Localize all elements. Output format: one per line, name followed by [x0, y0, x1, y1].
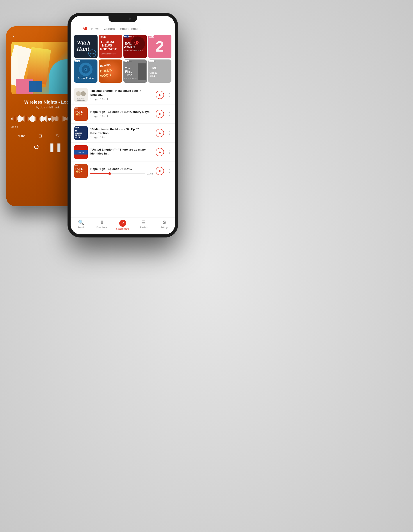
svg-text:BBC RADIO 4: BBC RADIO 4 [124, 36, 134, 38]
podcast-first-time[interactable]: BBC 6 Music The First Time with Matt Eve… [123, 59, 147, 83]
svg-text:BBC: BBC [90, 52, 95, 55]
more-options-icon[interactable]: ⋮ [167, 112, 171, 116]
episode-item: UNITED "United Zingdom" - "There are as … [71, 143, 175, 162]
svg-text:UNITED: UNITED [78, 152, 84, 153]
episode-item: BBC 5 HOPE HIGH Hope High - Episode 7: 2… [71, 104, 175, 124]
episode-title: 13 Minutes to the Moon - S2. Ep.07 Resur… [90, 127, 153, 135]
svg-rect-70 [74, 154, 88, 159]
svg-text:BBC 5: BBC 5 [75, 108, 78, 109]
podcast-beyond-bollywood[interactable]: BEYOND BOLLY- WOOD [99, 59, 122, 83]
svg-text:BBC RADIO 1: BBC RADIO 1 [149, 60, 158, 62]
svg-text:BBC 6 Music: BBC 6 Music [124, 61, 132, 62]
filter-tabs: All News General Entertainment [83, 26, 140, 31]
svg-text:HIGH: HIGH [76, 113, 83, 116]
svg-text:Record Review: Record Review [78, 77, 94, 79]
episode-info: "United Zingdom" - "There are as many id… [90, 148, 153, 156]
download-icon[interactable]: ⬇ [106, 98, 109, 101]
nav-settings[interactable]: ⚙ Settings [154, 220, 175, 230]
more-options-icon[interactable]: ⋮ [167, 92, 171, 97]
phone-screen: ⋮ All News General Entertainment Witch [71, 16, 175, 234]
more-options-icon[interactable]: ⋮ [167, 131, 171, 135]
episode-item: ELIS JAMES JOHN ROBINS The anti-prenup -… [71, 85, 175, 104]
episode-thumb-elis[interactable]: ELIS JAMES JOHN ROBINS [74, 88, 88, 102]
nav-search[interactable]: 🔍 Search [71, 220, 92, 230]
svg-point-30 [85, 69, 86, 70]
nav-playlists[interactable]: ☰ Playlists [133, 220, 154, 230]
now-playing-pause-button[interactable]: ⏸ [156, 167, 164, 175]
camera-dot [129, 18, 131, 20]
podcast-bbc-radio2[interactable]: BBC RADIO 2 [148, 35, 172, 58]
playlists-icon: ☰ [141, 220, 146, 225]
episode-meta: 2d ago · 24m [90, 136, 153, 139]
play-button[interactable]: ▶ [156, 148, 164, 156]
now-playing-info: Hope High - Episode 7: 21st... 01:58 [90, 167, 153, 175]
podcast-global-news[interactable]: BBC WS GLOBAL NEWS PODCAST BBC World Ser… [99, 35, 122, 58]
nav-downloads[interactable]: ⬇ Downloads [92, 220, 112, 230]
svg-text:13: 13 [75, 130, 77, 132]
notch [109, 16, 137, 22]
episode-thumb-13min[interactable]: BBC WORLD SERVICE 13 MINUTES TO THE MOON [74, 126, 88, 140]
podcast-witch-hunt[interactable]: Witch Hunt BBC [74, 35, 98, 58]
episode-thumb-united[interactable]: UNITED [74, 145, 88, 159]
heart-icon[interactable]: ♡ [56, 133, 60, 139]
more-options-icon[interactable]: ⋮ [167, 169, 171, 173]
podcast-grid: Witch Hunt BBC BBC WS GLOBAL [71, 33, 175, 85]
svg-text:ELIS JAMES: ELIS JAMES [77, 98, 85, 100]
svg-point-51 [76, 91, 81, 96]
svg-point-52 [81, 91, 86, 96]
episode-info: Hope High - Episode 7: 21st Century Boys… [90, 110, 153, 118]
svg-text:LIVE: LIVE [149, 66, 157, 70]
nav-playlists-label: Playlists [140, 226, 148, 229]
tab-news[interactable]: News [91, 26, 100, 31]
play-button[interactable]: ▶ [156, 91, 164, 99]
now-playing-thumb[interactable]: BBC 5 HOPE HIGH [74, 164, 88, 178]
progress-bar[interactable]: 01:58 [90, 172, 153, 175]
nav-settings-label: Settings [160, 226, 168, 229]
svg-text:2: 2 [156, 38, 164, 55]
waveform-thumb[interactable] [48, 118, 51, 121]
device-icon[interactable]: ⊡ [38, 133, 42, 139]
svg-text:Uncov-: Uncov- [149, 71, 158, 74]
episode-meta: 1d ago · 19m ⬇ [90, 98, 153, 101]
svg-text:GLOBAL: GLOBAL [101, 40, 115, 44]
more-options-icon[interactable]: ⋮ [75, 26, 79, 31]
chevron-down-icon[interactable]: ⌄ [11, 32, 15, 38]
tab-general[interactable]: General [104, 26, 116, 31]
pause-button[interactable]: ⏸ [156, 110, 164, 118]
screen-content: ⋮ All News General Entertainment Witch [71, 16, 175, 234]
nav-subscriptions[interactable]: ✓ Subscriptions [112, 220, 133, 230]
podcast-record-review[interactable]: BBC RADIO 3 Record Review [74, 59, 98, 83]
nav-search-label: Search [78, 226, 85, 229]
bottom-nav: 🔍 Search ⬇ Downloads ✓ Subscriptions ☰ P… [71, 217, 175, 234]
more-options-icon[interactable]: ⋮ [167, 150, 171, 154]
svg-text:First: First [125, 70, 132, 73]
now-playing-time: 01:58 [147, 172, 153, 175]
play-button[interactable]: ▶ [156, 129, 164, 137]
filter-bar: ⋮ All News General Entertainment [71, 24, 175, 33]
now-playing-bar: BBC 5 HOPE HIGH Hope High - Episode 7: 2… [71, 162, 175, 180]
svg-text:MOON: MOON [75, 136, 80, 138]
tab-entertainment[interactable]: Entertainment [120, 26, 140, 31]
replay-icon[interactable]: ↺ [34, 143, 39, 151]
svg-text:BBC RADIO: BBC RADIO [149, 36, 158, 38]
podcast-evil-genius[interactable]: BBC RADIO 4 EVIL GENIUS WITH RUSSELL KAN… [123, 35, 147, 58]
pause-button[interactable]: ❚❚ [48, 142, 62, 152]
svg-text:ered: ered [149, 74, 155, 77]
playback-speed[interactable]: 1.0x [18, 134, 25, 138]
svg-text:Hunt: Hunt [76, 46, 89, 52]
svg-text:BBC WORLD SERVICE: BBC WORLD SERVICE [75, 127, 85, 128]
svg-text:👁: 👁 [134, 40, 140, 47]
download-icon[interactable]: ⬇ [106, 115, 109, 118]
nav-downloads-label: Downloads [96, 226, 107, 229]
podcast-bbc-radio1-live[interactable]: BBC RADIO 1 LIVE Uncov- ered [148, 59, 172, 83]
svg-text:BBC World Service: BBC World Service [101, 53, 116, 55]
svg-text:BBC RADIO 3: BBC RADIO 3 [75, 60, 84, 62]
svg-text:Witch: Witch [77, 39, 91, 46]
episode-info: 13 Minutes to the Moon - S2. Ep.07 Resur… [90, 127, 153, 139]
now-playing-title: Hope High - Episode 7: 21st... [90, 167, 153, 171]
svg-text:TO THE: TO THE [75, 134, 81, 136]
svg-text:MINUTES: MINUTES [75, 132, 82, 134]
tab-all[interactable]: All [83, 26, 87, 31]
svg-text:JOHN ROBINS: JOHN ROBINS [77, 100, 85, 101]
episode-thumb-hope-high[interactable]: BBC 5 HOPE HIGH [74, 107, 88, 121]
